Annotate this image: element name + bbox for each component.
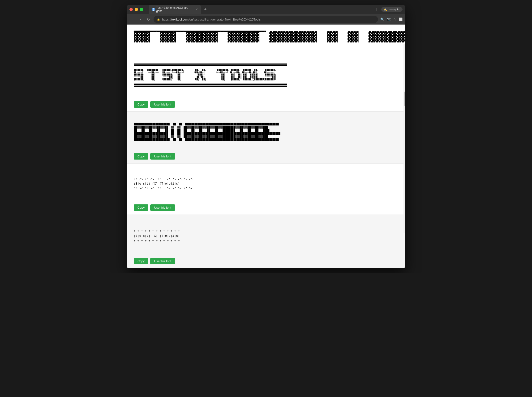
active-tab[interactable]: Ʈ Test ~330 fonts ASCII art gene ✕ <box>149 5 201 14</box>
address-bar-icons: 🔍 📷 ☆ ⬜ <box>380 18 403 21</box>
font-section-1: ▄▄▄▄▄▄▄▄▄▄▄▄▄▄▄▄▄▄▄▄▄▄▄▄▄▄▄▄▄▄▄▄▄▄▄▄▄▄▄▄… <box>127 25 405 112</box>
back-button[interactable]: ‹ <box>129 17 135 21</box>
copy-button-4[interactable]: Copy <box>134 258 148 264</box>
split-view-icon[interactable]: ⬜ <box>399 18 403 21</box>
tab-bar: Ʈ Test ~330 fonts ASCII art gene ✕ + <box>149 5 373 14</box>
url-path: /en/test-ascii-art-generator?text=Best%2… <box>189 18 260 21</box>
copy-button-2[interactable]: Copy <box>134 153 148 160</box>
search-icon[interactable]: 🔍 <box>380 18 384 21</box>
use-font-button-1[interactable]: Use this font <box>150 101 175 108</box>
button-row-1: Copy Use this font <box>127 99 405 112</box>
browser-window: Ʈ Test ~330 fonts ASCII art gene ✕ + ⋮ 🕵… <box>127 5 405 268</box>
chrome-menu-button[interactable]: ⋮ <box>375 7 379 11</box>
address-bar: ‹ › ↻ 🔒 https://textkool.com/en/test-asc… <box>127 14 405 25</box>
titlebar: Ʈ Test ~330 fonts ASCII art gene ✕ + ⋮ 🕵… <box>127 5 405 14</box>
font-section-4: +-+-+-+-+ +-+ +-+-+-+-+-+ |B|e|s|t| |X| … <box>127 215 405 268</box>
maximize-window-button[interactable] <box>140 8 143 11</box>
button-row-3: Copy Use this font <box>127 202 405 215</box>
use-font-button-2[interactable]: Use this font <box>150 153 175 160</box>
titlebar-right: ⋮ 🕵 Incognito <box>375 7 403 12</box>
traffic-lights <box>129 8 143 11</box>
ascii-art-4: +-+-+-+-+ +-+ +-+-+-+-+-+ |B|e|s|t| |X| … <box>127 215 405 255</box>
minimize-window-button[interactable] <box>135 8 138 11</box>
incognito-indicator: 🕵 Incognito <box>381 7 403 12</box>
lock-icon: 🔒 <box>157 18 160 21</box>
use-font-button-4[interactable]: Use this font <box>150 258 175 264</box>
tab-title: Test ~330 fonts ASCII art gene <box>156 6 193 13</box>
bookmark-icon[interactable]: ☆ <box>393 18 396 21</box>
button-row-4: Copy Use this font <box>127 255 405 268</box>
copy-button-1[interactable]: Copy <box>134 101 148 108</box>
refresh-button[interactable]: ↻ <box>146 17 151 22</box>
new-tab-button[interactable]: + <box>203 7 208 12</box>
url-display: https://textkool.com/en/test-ascii-art-g… <box>162 18 260 21</box>
url-domain: textkool.com <box>171 18 189 21</box>
tab-close-button[interactable]: ✕ <box>196 8 198 11</box>
close-window-button[interactable] <box>129 8 133 11</box>
page-content: ▄▄▄▄▄▄▄▄▄▄▄▄▄▄▄▄▄▄▄▄▄▄▄▄▄▄▄▄▄▄▄▄▄▄▄▄▄▄▄▄… <box>127 25 405 268</box>
incognito-label: Incognito <box>389 8 400 11</box>
ascii-art-3: /\ /\ /\ /\ /\ /\ /\ /\ /\ /\ (B|e|s|t) … <box>127 164 405 202</box>
incognito-icon: 🕵 <box>384 8 387 11</box>
copy-button-3[interactable]: Copy <box>134 205 148 211</box>
ascii-art-display-1: ▄▄▄▄▄▄▄▄▄▄▄▄▄▄▄▄▄▄▄▄▄▄▄▄▄▄▄▄▄▄▄▄▄▄▄▄▄▄▄▄… <box>127 25 405 53</box>
url-protocol: https:// <box>162 18 171 21</box>
ascii-art-1: ███████╗ ████████╗ ██████╗████████╗ ██╗ … <box>127 53 405 99</box>
tab-favicon: Ʈ <box>152 8 155 11</box>
ascii-art-2: ███████████████████████ ██ ██ ██████████… <box>127 112 405 150</box>
font-section-2: ███████████████████████ ██ ██ ██████████… <box>127 112 405 164</box>
scrollbar-thumb[interactable] <box>404 92 405 106</box>
url-box[interactable]: 🔒 https://textkool.com/en/test-ascii-art… <box>153 16 378 23</box>
button-row-2: Copy Use this font <box>127 150 405 163</box>
use-font-button-3[interactable]: Use this font <box>150 205 175 211</box>
no-camera-icon[interactable]: 📷 <box>387 18 391 21</box>
font-section-3: /\ /\ /\ /\ /\ /\ /\ /\ /\ /\ (B|e|s|t) … <box>127 164 405 215</box>
forward-button[interactable]: › <box>138 17 143 21</box>
page-wrapper: ▄▄▄▄▄▄▄▄▄▄▄▄▄▄▄▄▄▄▄▄▄▄▄▄▄▄▄▄▄▄▄▄▄▄▄▄▄▄▄▄… <box>127 25 405 268</box>
scrollbar-track <box>404 44 405 233</box>
